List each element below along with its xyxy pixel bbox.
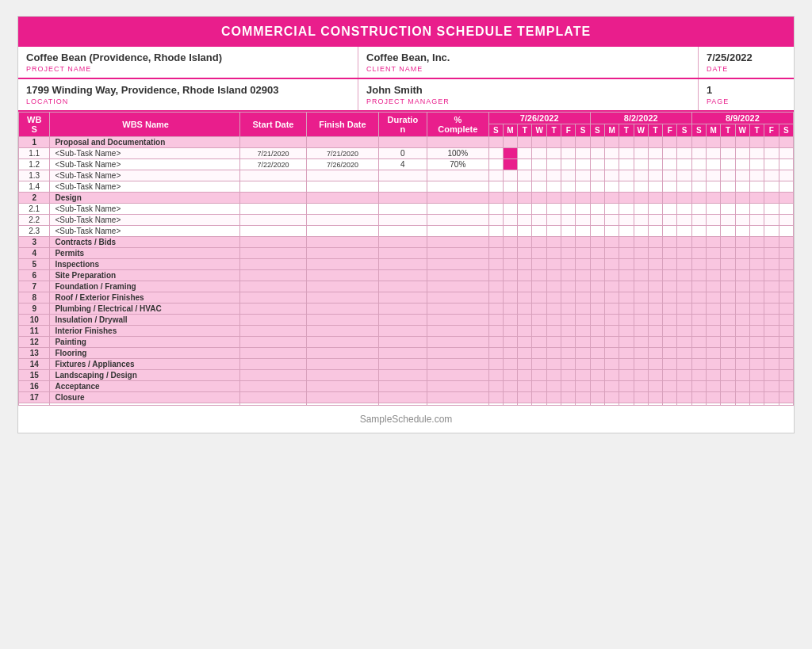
table-row: 1.2<Sub-Task Name>7/22/20207/26/2020470% [19,159,794,170]
day-cell [488,392,503,403]
day-cell [721,381,735,392]
day-cell [604,326,619,337]
day-cell [634,215,648,226]
day-w2-t1: T [619,124,634,137]
day-cell [764,237,779,248]
table-row: 8Roof / Exterior Finishes [19,292,794,304]
day-cell [707,337,721,348]
day-cell [561,181,576,193]
day-cell [764,226,779,237]
day-cell [576,281,590,292]
duration-cell: 4 [378,159,427,170]
day-cell [721,326,735,337]
day-cell [619,137,634,148]
day-w1-m: M [503,124,517,137]
day-cell [561,237,576,248]
day-cell [764,292,779,304]
day-cell [663,337,677,348]
day-cell [691,281,706,292]
day-cell [561,226,576,237]
day-cell [561,137,576,148]
duration-cell [378,170,427,181]
day-cell [546,226,561,237]
day-cell [532,304,546,315]
day-cell [488,315,503,326]
duration-cell [378,326,427,337]
day-w3-f: F [764,124,779,137]
day-cell [590,270,604,281]
day-cell [648,337,662,348]
day-cell [590,148,604,159]
day-cell [721,270,735,281]
day-cell [532,359,546,370]
day-cell [691,292,706,304]
page-label: PAGE [707,97,786,105]
day-cell [546,281,561,292]
name-cell: <Sub-Task Name> [50,148,239,159]
day-cell [503,226,517,237]
day-cell [546,204,561,215]
day-cell [634,315,648,326]
duration-cell [378,259,427,270]
page-cell: 1 PAGE [699,79,794,110]
day-cell [503,304,517,315]
day-cell [561,392,576,403]
day-cell [735,193,749,204]
day-cell [561,348,576,359]
table-row: 6Site Preparation [19,270,794,281]
day-cell [677,337,691,348]
header-row-1: WBS WBS Name Start Date Finish Date Dura… [19,113,794,124]
day-cell [619,237,634,248]
finish-cell [307,337,379,348]
day-cell [779,315,793,326]
day-cell [503,337,517,348]
day-cell [721,170,735,181]
day-cell [648,304,662,315]
day-cell [634,381,648,392]
wbs-cell: 1.1 [19,148,50,159]
finish-cell [307,215,379,226]
day-cell [691,304,706,315]
day-cell [691,181,706,193]
day-cell [518,193,532,204]
day-cell [735,292,749,304]
day-cell [677,204,691,215]
day-cell [619,359,634,370]
day-cell [735,270,749,281]
day-cell [561,270,576,281]
day-cell [546,304,561,315]
day-cell [546,259,561,270]
day-cell [707,304,721,315]
day-cell [735,392,749,403]
day-cell [634,370,648,381]
day-cell [779,370,793,381]
week-header-1: 7/26/2022 [488,113,590,124]
day-cell [749,170,764,181]
day-cell [648,348,662,359]
day-cell [619,148,634,159]
day-cell [677,370,691,381]
day-cell [488,326,503,337]
day-cell [532,292,546,304]
day-cell [604,193,619,204]
day-cell [488,159,503,170]
start-cell [239,137,306,148]
day-cell [532,315,546,326]
day-cell [648,226,662,237]
name-cell: Roof / Exterior Finishes [50,292,239,304]
duration-cell [378,304,427,315]
name-cell: Site Preparation [50,270,239,281]
day-cell [707,359,721,370]
day-cell [764,148,779,159]
gantt-body: 1Proposal and Documentation1.1<Sub-Task … [19,137,794,406]
name-cell: Permits [50,248,239,259]
day-cell [663,159,677,170]
day-cell [707,370,721,381]
day-cell [677,326,691,337]
wbs-cell: 17 [19,392,50,403]
name-cell: <Sub-Task Name> [50,226,239,237]
day-cell [648,315,662,326]
day-cell [764,181,779,193]
day-cell [691,137,706,148]
day-cell [503,170,517,181]
